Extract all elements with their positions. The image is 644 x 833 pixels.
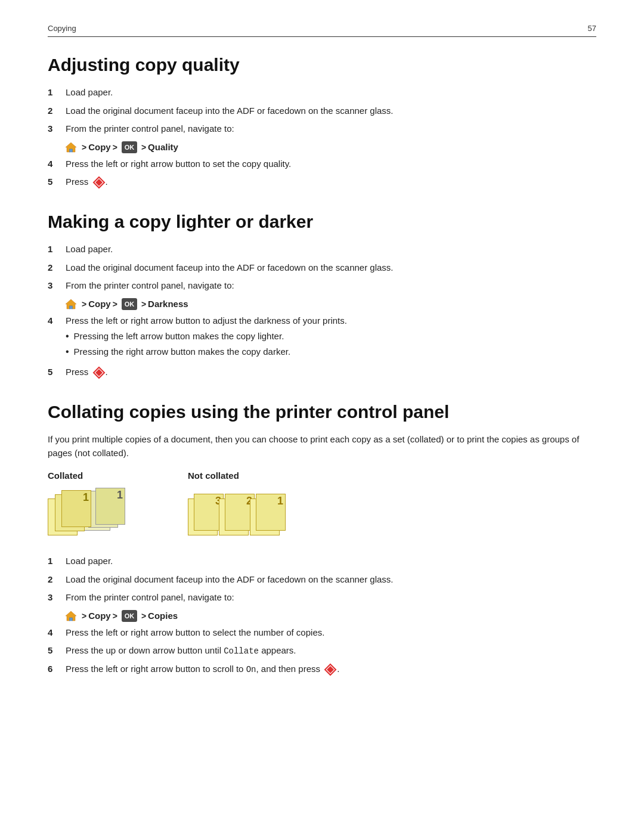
bullet-darker: Pressing the right arrow button makes th…	[66, 345, 596, 359]
step-num: 4	[48, 157, 64, 171]
home-icon	[64, 609, 78, 623]
section1-title: Adjusting copy quality	[48, 55, 596, 75]
section3-steps-cont: 4 Press the left or right arrow button t…	[48, 626, 596, 677]
step-content: Load paper.	[66, 86, 596, 100]
step-num: 3	[48, 122, 64, 136]
step-content: Load paper.	[66, 555, 596, 568]
ok-button-icon: OK	[122, 298, 137, 310]
collate-code: Collate	[224, 646, 259, 656]
nav-arrow: >	[113, 611, 117, 621]
step-num: 1	[48, 243, 64, 256]
nav-copy-label: Copy	[88, 142, 111, 152]
nav-path-copies: > Copy > OK > Copies	[64, 609, 596, 623]
step-content: Press .	[66, 366, 596, 379]
page: Copying 57 Adjusting copy quality 1 Load…	[0, 0, 644, 833]
step2-2: 2 Load the original document faceup into…	[48, 261, 596, 275]
step-num: 2	[48, 573, 64, 587]
step-num: 4	[48, 314, 64, 328]
home-icon	[64, 298, 78, 311]
step-num: 3	[48, 591, 64, 605]
page-number: 57	[588, 24, 596, 33]
start-icon	[324, 663, 337, 676]
nav-arrow: >	[141, 611, 146, 621]
step1-1: 1 Load paper.	[48, 86, 596, 100]
nav-copy-label: Copy	[88, 299, 111, 309]
step1-2: 2 Load the original document faceup into…	[48, 104, 596, 118]
nav-path-darkness: > Copy > OK > Darkness	[64, 298, 596, 311]
step3-3: 3 From the printer control panel, naviga…	[48, 591, 596, 605]
step-num: 2	[48, 104, 64, 118]
section-collating: Collating copies using the printer contr…	[48, 402, 596, 676]
step1-5: 5 Press .	[48, 175, 596, 189]
collated-image: 3 2 1 3 2 1	[48, 487, 140, 540]
step-content: Press the left or right arrow button to …	[66, 662, 596, 676]
nav-arrow: >	[141, 143, 146, 152]
darkness-bullets: Pressing the left arrow button makes the…	[66, 330, 596, 358]
collated-label: Collated	[48, 470, 83, 481]
step3-4: 4 Press the left or right arrow button t…	[48, 626, 596, 640]
step2-1: 1 Load paper.	[48, 243, 596, 256]
step3-6: 6 Press the left or right arrow button t…	[48, 662, 596, 676]
svg-rect-1	[70, 149, 73, 152]
start-icon	[92, 366, 106, 379]
step-num: 5	[48, 644, 64, 658]
step-num: 3	[48, 279, 64, 293]
nav-arrow: >	[113, 299, 117, 309]
collated-group: Collated 3 2 1 3 2 1	[48, 470, 140, 540]
section3-steps: 1 Load paper. 2 Load the original docume…	[48, 555, 596, 605]
not-collated-group: Not collated 3 3 2 2 1 1	[188, 470, 283, 540]
section3-title: Collating copies using the printer contr…	[48, 402, 596, 422]
step-content: Load the original document faceup into t…	[66, 573, 596, 587]
step2-3: 3 From the printer control panel, naviga…	[48, 279, 596, 293]
step3-5: 5 Press the up or down arrow button unti…	[48, 644, 596, 658]
step-content: Press .	[66, 175, 596, 189]
header-bar: Copying 57	[48, 24, 596, 37]
nav-quality-label: Quality	[148, 142, 178, 152]
step-num: 2	[48, 261, 64, 275]
step-num: 1	[48, 86, 64, 100]
step-content: Load the original document faceup into t…	[66, 104, 596, 118]
not-collated-label: Not collated	[188, 470, 239, 481]
step1-3: 3 From the printer control panel, naviga…	[48, 122, 596, 136]
svg-rect-5	[70, 306, 73, 309]
page-card-back-1: 1	[95, 488, 125, 525]
nav-arrow: >	[82, 299, 86, 309]
ok-button-icon: OK	[122, 610, 137, 622]
nc-card-1b: 1	[256, 494, 286, 531]
collate-intro: If you print multiple copies of a docume…	[48, 433, 596, 460]
nav-arrow: >	[113, 143, 117, 152]
collate-images: Collated 3 2 1 3 2 1 Not collated	[48, 470, 596, 540]
section2-steps: 1 Load paper. 2 Load the original docume…	[48, 243, 596, 293]
section2-steps-cont: 4 Press the left or right arrow button t…	[48, 314, 596, 380]
ok-button-icon: OK	[122, 141, 137, 153]
section-name: Copying	[48, 24, 76, 33]
step1-4: 4 Press the left or right arrow button t…	[48, 157, 596, 171]
section-lighter-darker: Making a copy lighter or darker 1 Load p…	[48, 212, 596, 379]
step3-1: 1 Load paper.	[48, 555, 596, 568]
nav-arrow: >	[82, 611, 86, 621]
step-num: 5	[48, 175, 64, 189]
on-code: On	[246, 665, 256, 674]
step-content: Load paper.	[66, 243, 596, 256]
step-content: Press the left or right arrow button to …	[66, 626, 596, 640]
section2-title: Making a copy lighter or darker	[48, 212, 596, 232]
not-collated-image: 3 3 2 2 1 1	[188, 487, 283, 540]
step-content: From the printer control panel, navigate…	[66, 279, 596, 293]
step-content: Press the up or down arrow button until …	[66, 644, 596, 658]
step-num: 4	[48, 626, 64, 640]
page-card-front-1: 1	[61, 490, 91, 527]
step-num: 6	[48, 662, 64, 676]
svg-rect-9	[70, 618, 73, 621]
nav-darkness-label: Darkness	[148, 299, 188, 309]
step-content: Press the left or right arrow button to …	[66, 314, 596, 361]
nav-copy-label: Copy	[88, 611, 111, 621]
step2-4: 4 Press the left or right arrow button t…	[48, 314, 596, 361]
step-content: From the printer control panel, navigate…	[66, 591, 596, 605]
section1-steps-cont: 4 Press the left or right arrow button t…	[48, 157, 596, 190]
start-icon	[92, 176, 106, 189]
step2-5: 5 Press .	[48, 366, 596, 379]
home-icon	[64, 141, 78, 154]
step3-2: 2 Load the original document faceup into…	[48, 573, 596, 587]
section1-steps: 1 Load paper. 2 Load the original docume…	[48, 86, 596, 136]
step-num: 5	[48, 366, 64, 379]
